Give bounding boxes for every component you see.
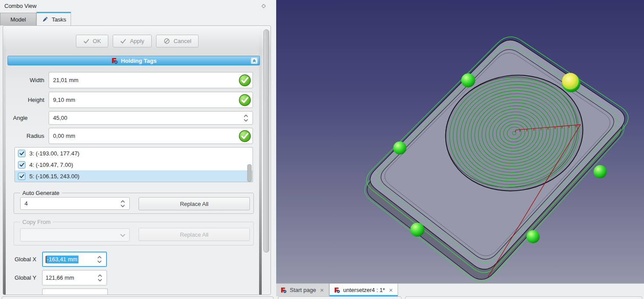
global-y-row: Global Y 121,66 mm — [3, 270, 135, 285]
copy-from-replace-all-button[interactable]: Replace All — [139, 228, 250, 241]
spin-up-down-icon[interactable] — [243, 113, 249, 123]
3d-viewport[interactable] — [276, 0, 644, 283]
combo-view-panel: Combo View ◇ Model Tasks — [0, 0, 276, 299]
auto-generate-replace-all-button[interactable]: Replace All — [139, 197, 250, 210]
collapse-icon[interactable] — [250, 57, 258, 65]
tasks-scrollbar[interactable] — [263, 29, 269, 252]
tag-list-item[interactable]: 4: (-109.47, 7.00) — [15, 159, 253, 170]
width-label: Width — [3, 77, 44, 83]
angle-row: Angle 45,00 — [3, 111, 271, 125]
copy-from-combobox[interactable] — [20, 228, 130, 241]
tag-checkbox[interactable] — [18, 173, 25, 180]
tab-tasks[interactable]: Tasks — [36, 12, 71, 25]
pen-icon — [41, 16, 49, 23]
ok-button[interactable]: OK — [76, 35, 109, 47]
freecad-path-icon — [111, 57, 118, 64]
radius-row: Radius 0,00 mm — [3, 128, 271, 144]
valid-check-icon — [238, 74, 251, 86]
tag-list-scrollbar[interactable] — [247, 164, 252, 182]
freecad-icon — [280, 287, 287, 293]
task-title: Holding Tags — [121, 58, 157, 64]
cancel-button[interactable]: Cancel — [156, 35, 199, 47]
status-bar-segment — [278, 296, 402, 299]
valid-check-icon — [238, 94, 251, 106]
holding-tag-sphere[interactable] — [410, 223, 424, 237]
close-tab-icon[interactable]: × — [319, 287, 325, 293]
width-input[interactable]: 21,01 mm — [49, 72, 253, 88]
status-bar-segment — [405, 296, 642, 299]
tag-checkbox[interactable] — [18, 150, 25, 157]
combo-view-tabs: Model Tasks — [0, 12, 71, 25]
spin-up-down-icon[interactable] — [97, 255, 102, 264]
global-y-input[interactable]: 121,66 mm — [42, 270, 107, 285]
width-row: Width 21,01 mm — [3, 72, 271, 88]
angle-label: Angle — [3, 115, 28, 121]
tab-model[interactable]: Model — [0, 13, 36, 25]
copy-from-title: Copy From — [20, 219, 53, 225]
tag-checkbox[interactable] — [18, 161, 25, 169]
height-label: Height — [3, 97, 44, 103]
mdi-tab-bar: Start page × untersetzer4 : 1* × — [276, 283, 644, 296]
copy-from-group: Copy From Replace All — [14, 222, 254, 245]
angle-input[interactable]: 45,00 — [49, 111, 253, 125]
height-row: Height 9,10 mm — [3, 92, 271, 108]
height-input[interactable]: 9,10 mm — [49, 92, 253, 108]
holding-tags-list: 3: (-193.00, 177.47) 4: (-109.47, 7.00) … — [14, 147, 253, 182]
close-tab-icon[interactable]: × — [388, 287, 394, 293]
chevron-down-icon — [120, 234, 125, 237]
holding-tag-sphere-highlighted[interactable] — [562, 73, 579, 90]
valid-check-icon — [238, 130, 251, 142]
check-icon — [120, 38, 126, 44]
spin-up-down-icon[interactable] — [120, 199, 125, 209]
global-x-label: Global X — [3, 256, 36, 263]
task-dialog-buttons: OK Apply Cancel — [3, 35, 271, 47]
scroll-frame-shadow — [259, 26, 262, 295]
auto-generate-title: Auto Generate — [20, 190, 62, 196]
tag-list-item[interactable]: 3: (-193.00, 177.47) — [15, 148, 253, 159]
bottom-dock-strip — [2, 296, 274, 299]
cancel-icon — [164, 38, 170, 44]
global-y-label: Global Y — [3, 274, 36, 281]
checkbox-check-icon — [19, 162, 25, 168]
dock-titlebar: Combo View ◇ — [0, 0, 276, 11]
checkbox-check-icon — [19, 173, 25, 179]
auto-generate-group: Auto Generate 4 Replace All — [14, 193, 254, 214]
holding-tag-sphere[interactable] — [393, 141, 406, 155]
spin-up-down-icon[interactable] — [97, 273, 103, 283]
check-icon — [83, 38, 89, 44]
apply-button[interactable]: Apply — [113, 35, 152, 47]
checkbox-check-icon — [19, 150, 25, 156]
mdi-tab-untersetzer4[interactable]: untersetzer4 : 1* × — [329, 284, 398, 296]
holding-tags-header: Holding Tags — [7, 56, 260, 65]
freecad-window: Combo View ◇ Model Tasks — [0, 0, 644, 299]
auto-generate-count[interactable]: 4 — [20, 197, 130, 210]
float-panel-icon[interactable]: ◇ — [262, 3, 266, 9]
holding-tag-sphere[interactable] — [461, 73, 475, 87]
freecad-icon — [334, 287, 340, 293]
tag-list-item[interactable]: 5: (-106.15, 243.00) — [15, 170, 253, 182]
global-x-row: Global X -163,41 mm — [3, 252, 135, 267]
global-x-input[interactable]: -163,41 mm — [42, 252, 107, 267]
tab-tasks-label: Tasks — [52, 16, 66, 23]
tasks-scroll-area: OK Apply Cancel — [3, 25, 271, 295]
panel-title: Combo View — [4, 3, 36, 9]
radius-label: Radius — [3, 133, 44, 139]
holding-tag-sphere[interactable] — [594, 165, 607, 178]
global-z-input-partial[interactable] — [42, 288, 108, 295]
radius-input[interactable]: 0,00 mm — [49, 128, 253, 144]
tab-model-label: Model — [11, 16, 26, 23]
mdi-tab-start-page[interactable]: Start page × — [276, 284, 329, 296]
holding-tag-sphere[interactable] — [527, 230, 540, 243]
